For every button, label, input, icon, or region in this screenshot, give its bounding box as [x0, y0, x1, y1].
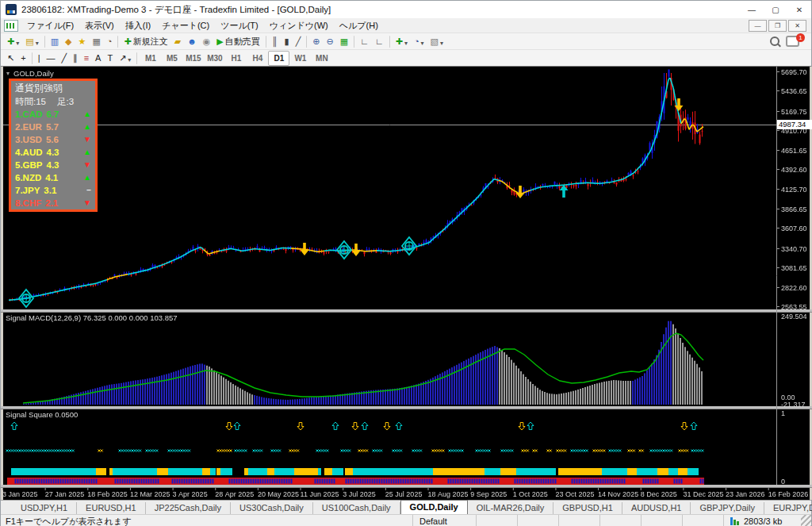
tester-button[interactable]: ◔: [104, 33, 116, 49]
shapes-button[interactable]: ↗: [116, 50, 134, 66]
window-title: 23806182: XMTrading-Demo 3 - デモ口座 - Trad…: [21, 4, 331, 16]
trend-arrow-icon: ▲: [83, 108, 91, 121]
profiles-button[interactable]: ▤: [22, 33, 41, 49]
trend-arrow-icon: ▼: [83, 133, 91, 146]
dropdown-arrow-icon: [421, 34, 424, 48]
depth-of-market-button[interactable]: ▰: [171, 33, 184, 49]
chart-tab[interactable]: US100Cash,Daily: [313, 502, 400, 514]
status-cell: [599, 515, 641, 526]
dropdown-arrow-icon: [404, 34, 408, 48]
autotrading-button[interactable]: ▶ 自動売買: [213, 33, 262, 49]
trend-arrow-icon: −: [86, 184, 91, 197]
chart-area[interactable]: ▾ GOLD,Daily 通貨別強弱 時間:15 足:3 1.CAD 6.7 ▲…: [1, 66, 811, 500]
bars-chart-button[interactable]: ║: [269, 33, 282, 49]
autoscroll-button[interactable]: ∟: [357, 33, 372, 49]
menu-help[interactable]: ヘルプ(H): [334, 19, 384, 33]
menu-window[interactable]: ウィンドウ(W): [264, 19, 334, 33]
vertical-line-button[interactable]: |: [35, 50, 44, 66]
tf-m1-button[interactable]: M1: [140, 51, 161, 66]
chart-tab[interactable]: USDJPY,H1: [12, 502, 77, 514]
trendline-button[interactable]: ╱: [59, 50, 71, 66]
tf-d1-button[interactable]: D1: [268, 51, 289, 66]
title-bar: 23806182: XMTrading-Demo 3 - デモ口座 - Trad…: [1, 1, 811, 18]
toolbox-button[interactable]: ▦: [89, 33, 103, 49]
community-button[interactable]: ☻: [184, 33, 200, 49]
chart-tab[interactable]: JP225Cash,Daily: [146, 502, 231, 514]
line-chart-button[interactable]: ╱: [293, 33, 304, 49]
panel-subtitle: 時間:15 足:3: [15, 95, 91, 108]
tf-h4-button[interactable]: H4: [247, 51, 268, 66]
chart-tab[interactable]: GBPJPY,Daily: [691, 502, 764, 514]
chart-tab[interactable]: GOLD,Daily: [400, 500, 468, 514]
tf-m30-button[interactable]: M30: [204, 51, 225, 66]
tf-m15-button[interactable]: M15: [182, 51, 204, 66]
menu-tools[interactable]: ツール(T): [215, 19, 264, 33]
chat-button[interactable]: 1: [783, 33, 808, 49]
trend-arrow-icon: ▼: [83, 197, 91, 209]
strength-row: 2.EUR 5.7 ▲: [15, 121, 91, 133]
chart-canvas[interactable]: [1, 67, 812, 500]
minimize-button[interactable]: —: [740, 1, 764, 18]
crosshair-button[interactable]: +: [17, 50, 29, 66]
templates-button[interactable]: ▧: [427, 33, 446, 49]
channel-button[interactable]: ∥: [70, 50, 81, 66]
close-button[interactable]: ✕: [787, 1, 811, 18]
label-button[interactable]: T: [104, 50, 116, 66]
panel-time-setting: 時間:15: [15, 95, 46, 108]
menu-bar: ファイル(F)表示(V)挿入(I)チャート(C)ツール(T)ウィンドウ(W)ヘル…: [1, 18, 811, 33]
zoom-out-button[interactable]: ⊖: [324, 33, 337, 49]
menu-view[interactable]: 表示(V): [79, 19, 120, 33]
strength-row: 3.USD 5.6 ▼: [15, 133, 91, 146]
indicators-button[interactable]: ✚: [393, 33, 411, 49]
tf-mn-button[interactable]: MN: [311, 51, 332, 66]
new-order-button[interactable]: ✚ 新規注文: [121, 33, 170, 49]
strength-row: 1.CAD 6.7 ▲: [15, 108, 91, 121]
chart-tab[interactable]: AUDUSD,H1: [622, 502, 691, 514]
tf-m5-button[interactable]: M5: [161, 51, 182, 66]
one-click-trading-arrow-icon[interactable]: ▾: [6, 70, 10, 77]
search-button[interactable]: [767, 33, 783, 49]
chart-shift-button[interactable]: ∟: [372, 33, 387, 49]
tile-windows-button[interactable]: ▦: [337, 33, 351, 49]
chart-window-icon[interactable]: [4, 20, 18, 32]
chart-symbol-header: ▾ GOLD,Daily: [6, 69, 54, 78]
chart-tab[interactable]: US30Cash,Daily: [231, 502, 313, 514]
trend-arrow-icon: ▼: [83, 159, 91, 171]
tf-w1-button[interactable]: W1: [289, 51, 311, 66]
currency-strength-panel: 通貨別強弱 時間:15 足:3 1.CAD 6.7 ▲ 2.EUR 5.7 ▲ …: [9, 79, 98, 212]
text-button[interactable]: A: [92, 50, 104, 66]
alerts-button[interactable]: ◉: [200, 33, 214, 49]
chart-tab[interactable]: OIL-MAR26,Daily: [468, 502, 554, 514]
profile-selector[interactable]: Default: [412, 515, 476, 526]
menu-chart[interactable]: チャート(C): [156, 19, 215, 33]
menu-insert[interactable]: 挿入(I): [120, 19, 156, 33]
chart-tab[interactable]: GBPUSD,H1: [553, 502, 622, 514]
favorites-button[interactable]: ★: [75, 33, 90, 49]
resize-grip[interactable]: [801, 515, 811, 526]
mdi-close-button[interactable]: ✕: [788, 20, 806, 32]
strength-row: 6.NZD 4.1 ▲: [15, 171, 91, 184]
maximize-button[interactable]: ▢: [764, 1, 787, 18]
mdi-minimize-button[interactable]: —: [749, 20, 767, 32]
periods-button[interactable]: ◔: [411, 33, 427, 49]
tf-h1-button[interactable]: H1: [225, 51, 247, 66]
macd-indicator-label: Signal MACD(12,26,9) 76.325 0.000 0.000 …: [6, 313, 178, 322]
zoom-in-button[interactable]: ⊕: [309, 33, 323, 49]
chart-tab[interactable]: EURUSD,H1: [77, 502, 146, 514]
menu-file[interactable]: ファイル(F): [21, 19, 79, 33]
new-chart-button[interactable]: ✚: [4, 33, 22, 49]
mdi-restore-button[interactable]: ❐: [768, 20, 787, 32]
mdi-controls: — ❐ ✕: [749, 20, 808, 32]
chart-tab[interactable]: EURJPY,Daily: [764, 502, 812, 514]
search-icon: [770, 36, 779, 46]
navigator-button[interactable]: ◆: [62, 33, 75, 49]
app-icon: [6, 4, 17, 15]
candles-chart-button[interactable]: ▮: [282, 33, 293, 49]
status-cell: [558, 515, 599, 526]
chart-symbol-label: GOLD,Daily: [13, 69, 54, 78]
horizontal-line-button[interactable]: —: [44, 50, 59, 66]
fibonacci-button[interactable]: ≡: [81, 50, 92, 66]
dropdown-arrow-icon: [440, 34, 443, 48]
market-watch-button[interactable]: ▥: [48, 33, 62, 49]
cursor-button[interactable]: ↖: [4, 50, 17, 66]
